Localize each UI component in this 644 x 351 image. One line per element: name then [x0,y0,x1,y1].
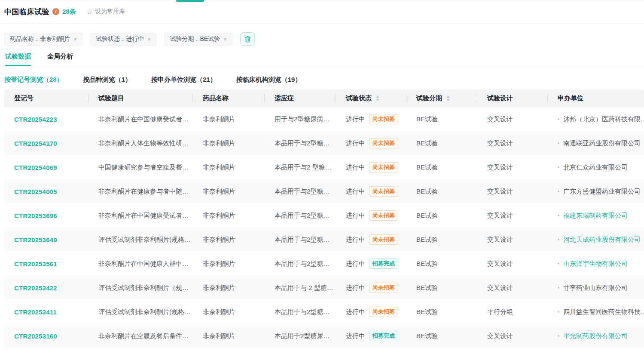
cell-trial-title: 评估受试制剂非奈利酮片（规… [88,284,192,292]
set-favorite-button[interactable]: ☆ 设为常用库 [86,8,125,15]
clear-filters-button[interactable] [240,32,255,46]
status-badge: 尚未招募 [369,307,398,317]
page-title: 中国临床试验 [4,7,49,17]
table-row[interactable]: CTR20254170 非奈利酮片人体生物等效性研… 非奈利酮片 本品用于与2型… [4,131,644,155]
tab-trial-data[interactable]: 试验数据 [5,52,31,66]
col-header-sponsor: 申办单位 [547,94,644,102]
cell-registration-id: CTR20253696 [4,212,88,219]
sponsor-name: 平光制药股份有限公司 [563,332,628,340]
sort-icon[interactable] [376,95,379,101]
cell-trial-title: 非奈利酮片在中国健康人群中… [88,260,192,268]
cell-sponsor: 山东泽宇生物有限公司 [547,260,644,268]
status-text: 进行中 [346,260,365,268]
cell-trial-status: 进行中 尚未招募 [336,138,406,148]
col-header-trial-phase: 试验分期 [406,94,477,102]
cell-trial-design: 交叉设计 [477,188,547,196]
cell-indication: 本品用于与2型糖… [264,139,336,148]
sponsor-name: 广东方盛健盟药业有限公司 [563,188,641,196]
filter-tag-drug-name: 药品名称：非奈利酮片 × [4,33,82,46]
cell-trial-title: 非奈利酮片在空腹及餐后条件… [88,332,192,340]
cell-drug-name: 非奈利酮片 [192,115,264,123]
table-row[interactable]: CTR20254069 中国健康研究参与者空腹及餐… 非奈利酮片 本品用于与2 … [4,155,644,179]
table-row[interactable]: CTR20253561 非奈利酮片在中国健康人群中… 非奈利酮片 本品用于与2型… [4,252,644,276]
cell-trial-design: 交叉设计 [477,163,547,172]
registration-id-link[interactable]: CTR20254005 [14,188,57,195]
subtab-by-variety[interactable]: 按品种浏览（1） [83,76,131,84]
registration-id-link[interactable]: CTR20253649 [14,236,57,243]
close-icon[interactable]: × [147,36,151,42]
cell-trial-design: 交叉设计 [477,284,547,292]
registration-id-link[interactable]: CTR20254170 [14,140,57,147]
cell-trial-status: 进行中 招募完成 [336,259,406,269]
cell-trial-phase: BE试验 [406,139,477,148]
cell-sponsor: 平光制药股份有限公司 [547,332,644,340]
sponsor-name: 福建东瑞制药有限公司 [563,212,628,220]
cell-drug-name: 非奈利酮片 [192,308,264,316]
cell-indication: 本品用于与2型糖… [264,260,336,268]
cell-sponsor: 北京仁众药业有限公司 [547,163,644,172]
cell-sponsor: 甘李药业山东有限公司 [547,284,644,292]
cell-trial-design: 交叉设计 [477,115,547,123]
table-row[interactable]: CTR20254005 非奈利酮片在健康参与者中随… 非奈利酮片 本品用于与2型… [4,179,644,203]
status-badge: 尚未招募 [369,283,398,293]
bullet-icon [558,287,559,289]
sub-tabs: 按登记号浏览（28） 按品种浏览（1） 按申办单位浏览（21） 按临床机构浏览（… [0,66,644,89]
registration-id-link[interactable]: CTR20253561 [14,260,57,268]
tab-global-analysis[interactable]: 全局分析 [47,52,73,66]
set-favorite-label: 设为常用库 [95,8,125,15]
subtab-by-registration[interactable]: 按登记号浏览（28） [4,76,63,84]
subtab-by-institution[interactable]: 按临床机构浏览（19） [236,76,302,84]
cell-trial-title: 中国健康研究参与者空腹及餐… [88,163,192,172]
bullet-icon [558,142,559,144]
table-row[interactable]: CTR20253160 非奈利酮片在空腹及餐后条件… 非奈利酮片 本品用于2型糖… [4,324,644,348]
close-icon[interactable]: × [223,36,227,42]
col-header-trial-phase-label: 试验分期 [416,94,442,102]
trash-icon [244,36,251,43]
table-row[interactable]: CTR20253422 评估受试制剂非奈利酮片（规… 非奈利酮片 本品用于与 2… [4,276,644,300]
cell-trial-phase: BE试验 [406,236,477,244]
cell-drug-name: 非奈利酮片 [192,236,264,244]
col-header-trial-design: 试验设计 [477,94,547,102]
cell-trial-title: 非奈利酮片在中国健康受试者… [88,212,192,220]
table-header: 登记号 试验题目 药品名称 适应症 试验状态 试验分期 试验设计 申办单位 [4,89,644,107]
cell-drug-name: 非奈利酮片 [192,139,264,148]
result-count: 28条 [62,8,76,16]
registration-id-link[interactable]: CTR20254069 [14,164,57,171]
sponsor-name: 四川益生智同医药生物科技… [563,308,644,316]
cell-registration-id: CTR20253160 [4,333,88,340]
cell-drug-name: 非奈利酮片 [192,284,264,292]
table-row[interactable]: CTR20254223 非奈利酮片在中国健康受试者… 非奈利酮片 用于与2型糖尿… [4,107,644,131]
cell-sponsor: 广东方盛健盟药业有限公司 [547,188,644,196]
trials-table: 登记号 试验题目 药品名称 适应症 试验状态 试验分期 试验设计 申办单位 CT… [4,89,644,348]
registration-id-link[interactable]: CTR20253411 [14,308,57,316]
cell-sponsor: 福建东瑞制药有限公司 [547,212,644,220]
table-body: CTR20254223 非奈利酮片在中国健康受试者… 非奈利酮片 用于与2型糖尿… [4,107,644,348]
cell-trial-status: 进行中 尚未招募 [336,234,406,245]
cell-indication: 本品用于2型糖尿… [264,332,336,340]
registration-id-link[interactable]: CTR20253422 [14,284,57,292]
registration-id-link[interactable]: CTR20253696 [14,212,57,219]
cell-trial-design: 交叉设计 [477,260,547,268]
status-badge: 尚未招募 [369,186,398,197]
cell-indication: 本品用于与2型糖… [264,308,336,316]
bullet-icon [558,215,559,216]
status-text: 进行中 [346,212,365,220]
registration-id-link[interactable]: CTR20254223 [14,116,57,123]
filter-tag-label: 药品名称：非奈利酮片 [10,35,70,43]
close-icon[interactable]: × [73,36,77,42]
table-row[interactable]: CTR20253411 评估受试制剂非奈利酮片(规格… 非奈利酮片 本品用于与2… [4,300,644,324]
filter-tag-trial-phase: 试验分期：BE试验 × [164,33,232,46]
status-text: 进行中 [346,163,365,172]
cell-sponsor: 南通联亚药业股份有限公司 [547,139,644,148]
filter-row: 药品名称：非奈利酮片 × 试验状态：进行中 × 试验分期：BE试验 × [0,24,644,46]
cell-trial-phase: BE试验 [406,260,477,268]
subtab-by-sponsor[interactable]: 按申办单位浏览（21） [151,76,217,84]
registration-id-link[interactable]: CTR20253160 [14,333,57,340]
sort-icon[interactable] [446,95,450,101]
cell-trial-status: 进行中 尚未招募 [336,114,406,124]
cell-trial-design: 平行分组 [477,308,547,316]
info-icon[interactable]: i [52,8,59,15]
table-row[interactable]: CTR20253649 评估受试制剂非奈利酮片(规格… 非奈利酮片 本品用于与2… [4,228,644,252]
table-row[interactable]: CTR20253696 非奈利酮片在中国健康受试者… 非奈利酮片 本品用于与2型… [4,203,644,228]
cell-trial-phase: BE试验 [406,284,477,292]
